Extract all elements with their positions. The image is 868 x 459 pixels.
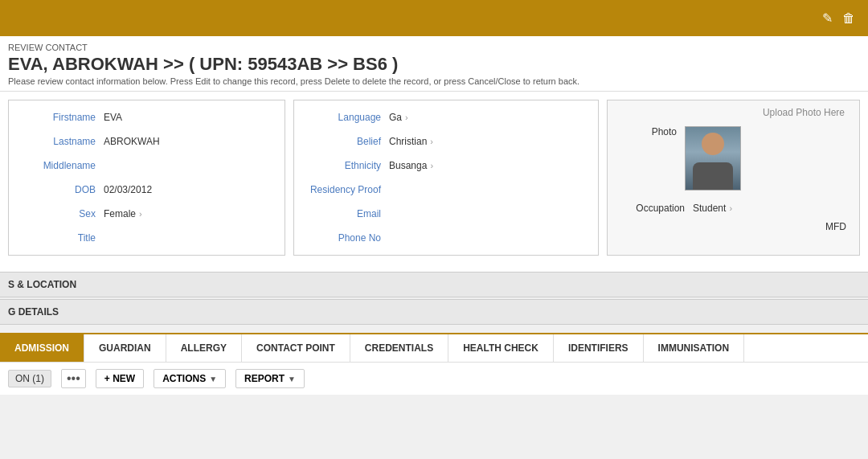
report-label: REPORT: [244, 373, 285, 384]
new-button[interactable]: + NEW: [96, 369, 144, 388]
belief-chevron: ›: [430, 137, 433, 146]
tab-admission[interactable]: ADMISSION: [0, 334, 84, 362]
section-location: S & LOCATION: [0, 272, 868, 297]
phone-row: Phone No: [294, 226, 598, 250]
main-content: Firstname EVA Lastname ABROKWAH Middlena…: [0, 92, 868, 272]
tabs-container: ADMISSION GUARDIAN ALLERGY CONTACT POINT…: [0, 333, 868, 362]
firstname-row: Firstname EVA: [9, 105, 285, 129]
tab-allergy[interactable]: ALLERGY: [166, 334, 242, 362]
ethnicity-value: Busanga ›: [389, 160, 592, 171]
section-details: G DETAILS: [0, 299, 868, 325]
occupation-label: Occupation: [620, 203, 693, 214]
report-arrow: ▼: [288, 375, 296, 383]
firstname-value: EVA: [104, 112, 278, 123]
person-body: [693, 162, 733, 191]
patient-title: EVA, ABROKWAH >> ( UPN: 59543AB >> BS6 ): [8, 54, 860, 75]
middlename-row: Middlename: [9, 154, 285, 178]
actions-label: ACTIONS: [162, 373, 206, 384]
person-head: [702, 133, 724, 155]
title-row: Title: [9, 226, 285, 250]
sex-label: Sex: [15, 208, 104, 219]
lastname-value: ABROKWAH: [104, 136, 278, 147]
middlename-label: Middlename: [15, 160, 104, 171]
dob-value: 02/03/2012: [104, 184, 278, 195]
sex-chevron: ›: [139, 209, 142, 219]
upload-photo-label: Upload Photo Here: [614, 107, 853, 118]
email-row: Email: [294, 202, 598, 226]
header: REVIEW CONTACT EVA, ABROKWAH >> ( UPN: 5…: [0, 36, 868, 92]
tab-contact-point[interactable]: CONTACT POINT: [242, 334, 350, 362]
review-label: REVIEW CONTACT: [8, 43, 860, 52]
sex-row: Sex Female ›: [9, 202, 285, 226]
dots-button[interactable]: •••: [61, 369, 86, 388]
residency-label: Residency Proof: [301, 184, 389, 195]
occupation-value: Student ›: [693, 203, 732, 214]
mfd-label: MFD: [825, 221, 846, 232]
spacer: [0, 326, 868, 333]
lastname-label: Lastname: [15, 136, 104, 147]
belief-row: Belief Christian ›: [294, 129, 598, 154]
belief-value: Christian ›: [389, 136, 592, 147]
ethnicity-row: Ethnicity Busanga ›: [294, 154, 598, 178]
middle-panel: Language Ga › Belief Christian › Ethnici…: [293, 100, 599, 256]
belief-label: Belief: [301, 136, 389, 147]
bottom-toolbar: ON (1) ••• + NEW ACTIONS ▼ REPORT ▼: [0, 362, 868, 395]
photo-placeholder: [686, 126, 740, 191]
firstname-label: Firstname: [15, 112, 104, 123]
ethnicity-label: Ethnicity: [301, 160, 389, 171]
edit-icon[interactable]: ✎: [822, 10, 833, 26]
photo-image[interactable]: [685, 126, 741, 191]
occupation-text: Student: [693, 203, 726, 214]
phone-label: Phone No: [301, 232, 389, 244]
actions-arrow: ▼: [209, 375, 217, 383]
new-button-label: + NEW: [104, 373, 135, 384]
dob-row: DOB 02/03/2012: [9, 178, 285, 202]
left-panel: Firstname EVA Lastname ABROKWAH Middlena…: [8, 100, 285, 256]
sex-value: Female ›: [104, 208, 278, 219]
residency-row: Residency Proof: [294, 178, 598, 202]
occupation-row: Occupation Student ›: [614, 199, 853, 218]
language-label: Language: [301, 112, 389, 123]
language-value: Ga ›: [389, 112, 592, 123]
photo-row: Photo: [614, 123, 853, 194]
tab-immunisation[interactable]: IMMUNISATION: [644, 334, 744, 362]
delete-icon[interactable]: 🗑: [842, 11, 855, 26]
form-row: Firstname EVA Lastname ABROKWAH Middlena…: [8, 100, 860, 256]
photo-label: Photo: [620, 126, 685, 137]
tab-guardian[interactable]: GUARDIAN: [84, 334, 166, 362]
occupation-chevron: ›: [729, 203, 732, 213]
tab-credentials[interactable]: CREDENTIALS: [350, 334, 448, 362]
mfd-row: MFD: [614, 218, 853, 236]
title-label: Title: [15, 232, 104, 244]
count-badge: ON (1): [8, 370, 51, 387]
actions-button[interactable]: ACTIONS ▼: [154, 369, 226, 388]
dob-label: DOB: [15, 184, 104, 195]
lastname-row: Lastname ABROKWAH: [9, 129, 285, 154]
language-chevron: ›: [405, 113, 408, 122]
email-label: Email: [301, 208, 389, 219]
language-row: Language Ga ›: [294, 105, 598, 129]
top-bar: ✎ 🗑: [0, 0, 868, 36]
ethnicity-chevron: ›: [430, 161, 433, 170]
right-panel: Upload Photo Here Photo Occupation Stude…: [607, 100, 860, 256]
tab-identifiers[interactable]: IDENTIFIERS: [554, 334, 644, 362]
tab-health-check[interactable]: HEALTH CHECK: [448, 334, 554, 362]
report-button[interactable]: REPORT ▼: [235, 369, 305, 388]
header-subtitle: Please review contact information below.…: [8, 76, 860, 86]
